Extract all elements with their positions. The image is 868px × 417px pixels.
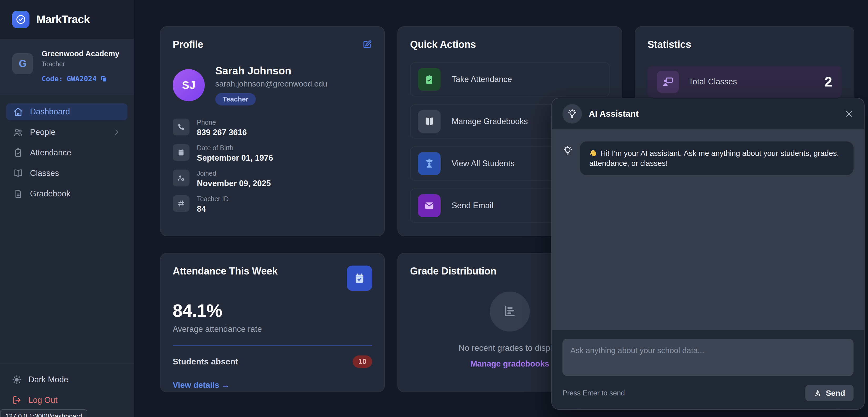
sidebar-item-label: Gradebook <box>30 189 70 199</box>
field-label: Joined <box>197 170 271 177</box>
take-attendance-button[interactable]: Take Attendance <box>410 62 610 97</box>
attendance-title: Attendance This Week <box>173 266 278 277</box>
quick-actions-title: Quick Actions <box>410 39 610 50</box>
ai-input-area: Press Enter to send Send <box>552 330 864 409</box>
profile-email: sarah.johnson@greenwood.edu <box>215 79 328 88</box>
phone-icon <box>173 118 189 135</box>
enter-hint: Press Enter to send <box>562 389 625 397</box>
presentation-icon <box>657 71 679 93</box>
edit-profile-icon[interactable] <box>362 39 372 49</box>
clipboard-check-icon <box>13 148 23 158</box>
lightbulb-icon <box>562 104 582 124</box>
file-text-icon <box>13 189 23 199</box>
sidebar-nav: Dashboard People Attendance Classes Grad… <box>0 94 134 206</box>
school-code-label: Code: <box>41 75 63 83</box>
profile-field-teacher-id: Teacher ID 84 <box>173 195 372 214</box>
view-details-link[interactable]: View details → <box>173 380 230 390</box>
field-label: Teacher ID <box>197 195 229 203</box>
field-label: Date of Birth <box>197 144 273 152</box>
stat-label: Total Classes <box>688 77 737 86</box>
role-badge: Teacher <box>215 93 256 105</box>
field-value: 839 267 3616 <box>197 128 247 137</box>
calendar-check-button[interactable] <box>347 266 372 291</box>
log-out-icon <box>12 395 22 405</box>
graduate-icon <box>418 152 441 175</box>
field-value: November 09, 2025 <box>197 179 271 188</box>
calendar-icon <box>173 144 189 161</box>
profile-field-dob: Date of Birth September 01, 1976 <box>173 144 372 163</box>
school-role: Teacher <box>41 60 119 68</box>
field-value: September 01, 1976 <box>197 153 273 163</box>
ai-question-input[interactable] <box>562 339 854 376</box>
ai-message-bubble: 👋Hi! I'm your AI assistant. Ask me anyth… <box>580 141 854 175</box>
attendance-caption: Average attendance rate <box>173 324 372 334</box>
clipboard-check-icon <box>418 68 441 91</box>
avatar: SJ <box>173 69 205 101</box>
mail-icon <box>418 194 441 217</box>
field-label: Phone <box>197 118 247 126</box>
send-label: Send <box>826 389 845 397</box>
profile-title: Profile <box>173 39 203 50</box>
app-logo: MarkTrack <box>0 0 134 39</box>
paper-plane-icon <box>814 389 822 397</box>
sidebar-item-label: Classes <box>30 169 59 178</box>
quick-action-label: Send Email <box>452 201 494 210</box>
manage-gradebooks-link[interactable]: Manage gradebooks <box>470 359 549 369</box>
sidebar-footer: Dark Mode Log Out <box>0 363 134 417</box>
ai-assistant-title: AI Assistant <box>589 109 639 119</box>
sidebar-item-label: Attendance <box>30 148 71 158</box>
ai-chat-area: 👋Hi! I'm your AI assistant. Ask me anyth… <box>552 129 864 330</box>
chevron-right-icon <box>113 128 121 136</box>
sidebar-item-gradebook[interactable]: Gradebook <box>6 185 127 202</box>
divider <box>173 346 372 346</box>
total-classes-row: Total Classes 2 <box>647 66 842 98</box>
dark-mode-toggle[interactable]: Dark Mode <box>12 375 122 384</box>
absent-count-badge: 10 <box>353 355 372 368</box>
profile-field-joined: Joined November 09, 2025 <box>173 170 372 188</box>
dark-mode-label: Dark Mode <box>28 375 68 384</box>
marktrack-logo-icon <box>12 11 29 28</box>
close-icon[interactable] <box>844 109 854 118</box>
wave-emoji-icon <box>589 149 598 158</box>
user-clock-icon <box>173 170 189 186</box>
quick-action-label: View All Students <box>452 159 515 168</box>
book-open-icon <box>13 168 23 178</box>
log-out-label: Log Out <box>28 395 57 405</box>
quick-action-label: Take Attendance <box>452 75 512 84</box>
stat-value: 2 <box>825 74 832 90</box>
ai-greeting-text: Hi! I'm your AI assistant. Ask me anythi… <box>589 149 839 168</box>
app-title: MarkTrack <box>36 13 90 26</box>
sidebar-item-attendance[interactable]: Attendance <box>6 144 127 161</box>
status-tooltip: 127.0.0.1:3000/dashboard <box>0 409 87 417</box>
book-icon <box>418 110 441 133</box>
school-name: Greenwood Academy <box>41 49 119 58</box>
lightbulb-icon <box>562 146 573 156</box>
log-out-button[interactable]: Log Out <box>12 395 122 405</box>
bar-chart-icon <box>490 291 530 332</box>
sun-icon <box>12 375 22 384</box>
profile-name: Sarah Johnson <box>215 65 328 77</box>
profile-card: Profile SJ Sarah Johnson sarah.johnson@g… <box>160 26 385 236</box>
profile-field-phone: Phone 839 267 3616 <box>173 118 372 137</box>
send-button[interactable]: Send <box>805 385 854 401</box>
attendance-week-card: Attendance This Week 84.1% Average atten… <box>160 253 385 392</box>
school-avatar: G <box>12 53 33 74</box>
school-card: G Greenwood Academy Teacher Code: GWA202… <box>0 39 134 94</box>
field-value: 84 <box>197 204 229 214</box>
ai-assistant-header: AI Assistant <box>552 98 864 129</box>
statistics-title: Statistics <box>647 39 842 50</box>
quick-action-label: Manage Gradebooks <box>452 117 528 126</box>
sidebar-item-classes[interactable]: Classes <box>6 165 127 182</box>
sidebar: MarkTrack G Greenwood Academy Teacher Co… <box>0 0 134 417</box>
home-icon <box>13 107 23 117</box>
copy-icon[interactable] <box>100 75 107 82</box>
sidebar-item-dashboard[interactable]: Dashboard <box>6 103 127 120</box>
no-grades-message: No recent grades to display <box>459 343 561 353</box>
sidebar-item-people[interactable]: People <box>6 124 127 141</box>
sidebar-item-label: People <box>30 128 56 137</box>
users-icon <box>13 127 23 137</box>
ai-assistant-panel: AI Assistant 👋Hi! I'm your AI assistant.… <box>551 98 865 410</box>
school-code-value: GWA2024 <box>67 75 97 83</box>
attendance-rate: 84.1% <box>173 300 372 321</box>
sidebar-item-label: Dashboard <box>30 107 70 116</box>
